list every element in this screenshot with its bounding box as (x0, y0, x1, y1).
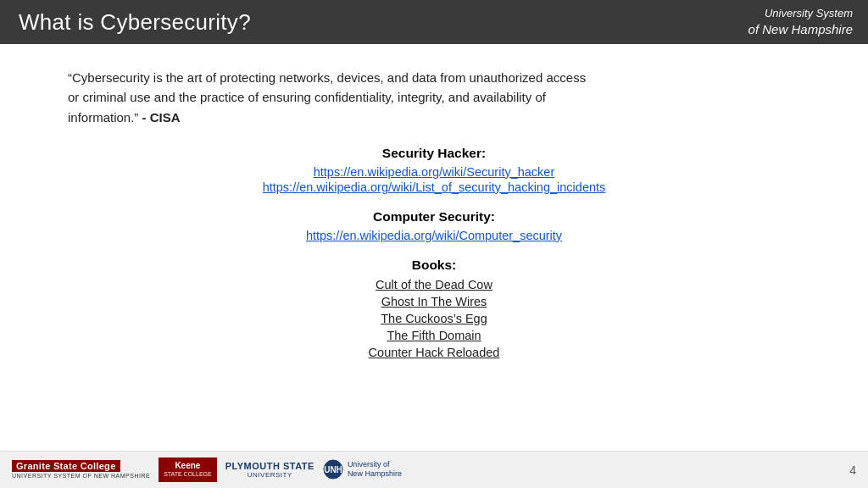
list-item: Cult of the Dead Cow (68, 277, 800, 292)
granite-state-logo: Granite State College University System … (12, 460, 150, 479)
list-item: Ghost In The Wires (68, 294, 800, 309)
unh-line1: University of (348, 460, 402, 470)
book-link-4[interactable]: The Fifth Domain (387, 329, 481, 342)
svg-text:UNH: UNH (324, 465, 342, 474)
keene-main-label: Keene (175, 461, 200, 470)
granite-state-label: Granite State College (12, 460, 120, 472)
keene-state-logo: Keene STATE COLLEGE (159, 458, 217, 481)
keene-sub-label: STATE COLLEGE (164, 471, 212, 478)
unh-icon: UNH (323, 459, 343, 480)
security-hacker-title: Security Hacker: (68, 146, 800, 161)
computer-security-link[interactable]: https://en.wikipedia.org/wiki/Computer_s… (68, 229, 800, 242)
unh-line2: New Hampshire (348, 469, 402, 480)
slide-footer: Granite State College University System … (0, 451, 868, 488)
list-item: The Cuckoos’s Egg (68, 311, 800, 326)
book-link-5[interactable]: Counter Hack Reloaded (369, 346, 500, 359)
book-link-3[interactable]: The Cuckoos’s Egg (381, 312, 487, 325)
logo-line2: of New Hampshire (748, 21, 853, 38)
logo-line1: University System (765, 7, 853, 21)
university-logo: University System of New Hampshire (748, 7, 853, 37)
plymouth-state-logo: Plymouth State University (225, 461, 314, 479)
computer-security-title: Computer Security: (68, 209, 800, 225)
quote-source: - CISA (138, 110, 180, 125)
granite-state-sublabel: University System of New Hampshire (12, 473, 150, 479)
security-hacker-section: Security Hacker: https://en.wikipedia.or… (68, 146, 800, 194)
book-link-2[interactable]: Ghost In The Wires (381, 295, 487, 308)
books-list: Cult of the Dead Cow Ghost In The Wires … (68, 277, 800, 360)
book-link-1[interactable]: Cult of the Dead Cow (376, 278, 492, 291)
unh-logo: UNH University of New Hampshire (323, 459, 402, 480)
cisa-quote: “Cybersecurity is the art of protecting … (68, 68, 593, 127)
security-hacker-link2[interactable]: https://en.wikipedia.org/wiki/List_of_se… (68, 180, 800, 194)
plymouth-main-label: Plymouth State (225, 461, 314, 471)
books-title: Books: (68, 258, 800, 273)
books-section: Books: Cult of the Dead Cow Ghost In The… (68, 258, 800, 360)
computer-security-section: Computer Security: https://en.wikipedia.… (68, 209, 800, 242)
plymouth-sub-label: University (248, 471, 292, 479)
list-item: Counter Hack Reloaded (68, 345, 800, 360)
page-number: 4 (849, 463, 856, 477)
slide-content: “Cybersecurity is the art of protecting … (0, 44, 868, 459)
list-item: The Fifth Domain (68, 328, 800, 343)
security-hacker-link1[interactable]: https://en.wikipedia.org/wiki/Security_h… (68, 165, 800, 179)
unh-text: University of New Hampshire (348, 460, 402, 480)
footer-logos: Granite State College University System … (12, 458, 402, 481)
slide-title: What is Cybersecurity? (19, 9, 251, 36)
slide-header: What is Cybersecurity? University System… (0, 0, 868, 44)
